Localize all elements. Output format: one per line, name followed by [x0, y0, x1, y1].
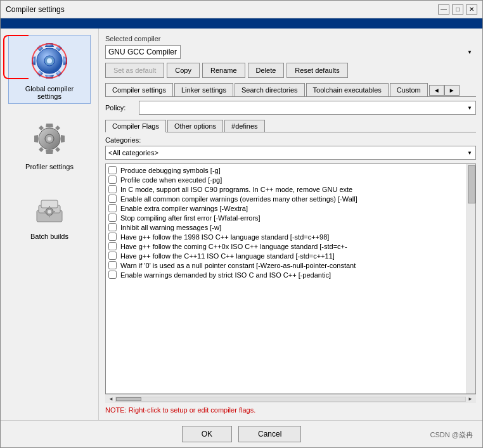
maximize-button[interactable]: □ — [452, 4, 463, 15]
svg-rect-15 — [52, 211, 55, 212]
categories-label: Categories: — [105, 136, 476, 144]
tab-next-button[interactable]: ► — [444, 85, 460, 96]
flag-item: Enable all common compiler warnings (ove… — [107, 194, 465, 203]
tab-prev-button[interactable]: ◄ — [429, 85, 444, 96]
flag-checkbox-1[interactable] — [108, 176, 117, 184]
vertical-scrollbar[interactable] — [467, 164, 475, 394]
flag-checkbox-3[interactable] — [108, 195, 117, 203]
sub-tab-defines[interactable]: #defines — [224, 120, 265, 132]
flag-item: Have g++ follow the C++11 ISO C++ langua… — [107, 251, 465, 260]
sidebar-item-batch-builds-label: Batch builds — [30, 233, 68, 240]
svg-rect-13 — [49, 214, 50, 217]
scroll-left-button[interactable]: ◄ — [106, 396, 115, 402]
flag-item: Enable warnings demanded by strict ISO C… — [107, 270, 465, 279]
sidebar-item-profiler[interactable]: Profiler settings — [8, 113, 91, 174]
window-title: Compiler settings — [6, 5, 65, 14]
categories-dropdown-wrapper: <All categories> — [105, 146, 476, 160]
sidebar: Global compilersettings — [1, 29, 99, 420]
flag-item: Inhibit all warning messages [-w] — [107, 222, 465, 232]
copy-button[interactable]: Copy — [167, 63, 200, 78]
set-as-default-button[interactable]: Set as default — [105, 63, 164, 78]
flag-item: Produce debugging symbols [-g] — [107, 165, 465, 175]
window-controls: — □ ✕ — [438, 4, 477, 15]
sidebar-item-profiler-label: Profiler settings — [25, 163, 74, 170]
flag-checkbox-2[interactable] — [108, 185, 117, 193]
flag-checkbox-6[interactable] — [108, 223, 117, 231]
tab-linker-settings[interactable]: Linker settings — [174, 83, 233, 96]
flag-checkbox-7[interactable] — [108, 233, 117, 241]
main-panel: Selected compiler GNU GCC Compiler Set a… — [99, 29, 482, 420]
horiz-scroll-thumb[interactable] — [116, 397, 141, 401]
policy-row: Policy: — [105, 101, 476, 115]
main-window: Compiler settings — □ ✕ — [0, 0, 483, 448]
close-button[interactable]: ✕ — [466, 4, 477, 15]
header-bar — [1, 18, 482, 29]
horiz-scroll-track[interactable] — [115, 397, 466, 402]
policy-dropdown[interactable] — [139, 101, 476, 115]
flag-item: Have g++ follow the coming C++0x ISO C++… — [107, 241, 465, 251]
horizontal-scrollbar[interactable]: ◄ ► — [105, 394, 476, 403]
title-bar: Compiler settings — □ ✕ — [1, 1, 482, 18]
policy-label: Policy: — [105, 104, 134, 112]
reset-defaults-button[interactable]: Reset defaults — [287, 63, 347, 78]
scroll-right-button[interactable]: ► — [466, 396, 475, 402]
sub-tab-other-options[interactable]: Other options — [167, 120, 223, 132]
tab-custom[interactable]: Custom — [390, 83, 428, 96]
flag-checkbox-4[interactable] — [108, 204, 117, 212]
compiler-dropdown[interactable]: GNU GCC Compiler — [105, 45, 181, 59]
selected-compiler-label: Selected compiler — [105, 35, 476, 42]
cancel-button[interactable]: Cancel — [238, 426, 301, 442]
tab-toolchain-executables[interactable]: Toolchain executables — [306, 83, 389, 96]
batch-builds-icon-area — [27, 186, 72, 231]
sub-tabs-row: Compiler Flags Other options #defines — [105, 120, 476, 132]
flag-item: Stop compiling after first error [-Wfata… — [107, 213, 465, 222]
minimize-button[interactable]: — — [438, 4, 449, 15]
profiler-icon — [34, 123, 65, 155]
note-text: NOTE: Right-click to setup or edit compi… — [105, 406, 476, 414]
tab-search-directories[interactable]: Search directories — [235, 83, 305, 96]
main-tabs-row: Compiler settings Linker settings Search… — [105, 83, 476, 97]
ok-button[interactable]: OK — [182, 426, 232, 442]
flag-checkbox-11[interactable] — [108, 271, 117, 279]
batch-builds-icon — [34, 191, 65, 226]
profiler-icon-area — [27, 117, 72, 161]
flag-item: Enable extra compiler warnings [-Wextra] — [107, 203, 465, 213]
gear-icon — [30, 42, 68, 80]
sub-tab-compiler-flags[interactable]: Compiler Flags — [105, 120, 166, 132]
svg-point-2 — [47, 58, 52, 63]
flag-checkbox-5[interactable] — [108, 214, 117, 222]
flag-checkbox-0[interactable] — [108, 166, 117, 174]
global-compiler-icon-area — [27, 39, 72, 83]
compiler-dropdown-wrapper: GNU GCC Compiler — [105, 45, 476, 59]
flag-item: In C mode, support all ISO C90 programs.… — [107, 184, 465, 194]
tab-compiler-settings[interactable]: Compiler settings — [105, 83, 173, 97]
toolbar-row: Set as default Copy Rename Delete Reset … — [105, 63, 476, 78]
bottom-bar: OK Cancel CSDN @焱冉 — [1, 420, 482, 447]
rename-button[interactable]: Rename — [202, 63, 245, 78]
flag-item: Profile code when executed [-pg] — [107, 175, 465, 184]
flag-checkbox-9[interactable] — [108, 252, 117, 260]
flag-item: Have g++ follow the 1998 ISO C++ languag… — [107, 232, 465, 241]
svg-point-11 — [48, 210, 51, 214]
flags-container: Produce debugging symbols [-g] Profile c… — [105, 163, 476, 394]
flag-checkbox-8[interactable] — [108, 242, 117, 250]
categories-dropdown[interactable]: <All categories> — [105, 146, 476, 160]
compiler-dropdown-row: GNU GCC Compiler — [105, 45, 476, 59]
svg-rect-14 — [44, 211, 47, 212]
svg-rect-12 — [49, 206, 50, 209]
content-area: Global compilersettings — [1, 29, 482, 420]
watermark: CSDN @焱冉 — [430, 430, 473, 440]
flag-checkbox-10[interactable] — [108, 261, 117, 269]
delete-button[interactable]: Delete — [248, 63, 285, 78]
sidebar-item-global-compiler-label: Global compilersettings — [25, 85, 74, 100]
policy-dropdown-wrapper — [139, 101, 476, 115]
sidebar-item-batch-builds[interactable]: Batch builds — [8, 183, 91, 243]
flags-content[interactable]: Produce debugging symbols [-g] Profile c… — [106, 164, 467, 394]
flag-item: Warn if '0' is used as a null pointer co… — [107, 260, 465, 270]
svg-point-6 — [48, 137, 51, 141]
scroll-thumb[interactable] — [468, 165, 475, 203]
